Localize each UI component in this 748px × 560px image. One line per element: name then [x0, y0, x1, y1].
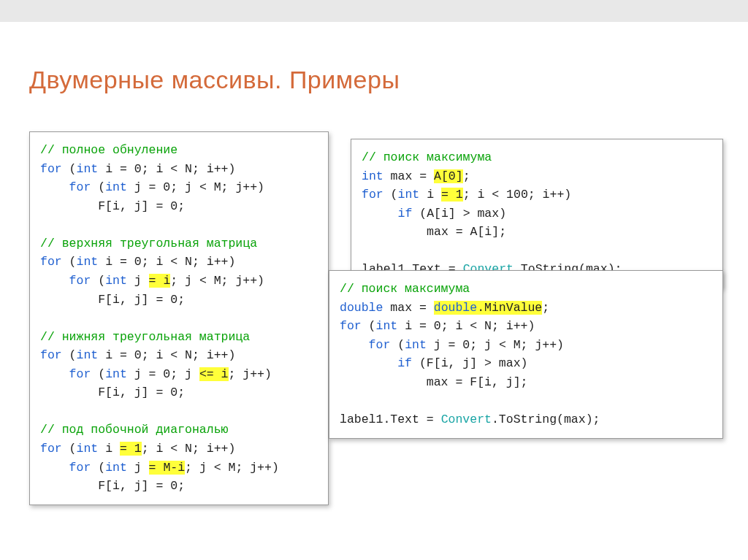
code-text: max = A[i];	[362, 225, 506, 239]
code-text: (A[i] > max)	[412, 207, 506, 220]
code-comment: // под побочной диагональю	[40, 423, 228, 437]
kw-int: int	[77, 255, 99, 269]
kw-for: for	[69, 274, 91, 288]
highlight: = 1	[120, 442, 142, 456]
kw-for: for	[369, 338, 391, 352]
code-text: i = 0; i < N; i++)	[98, 162, 235, 176]
kw-for: for	[69, 180, 91, 194]
code-text: ; i < N; i++)	[142, 442, 236, 456]
code-text: i = 0; i < N; i++)	[98, 255, 235, 269]
code-text: i = 0; i < N; i++)	[98, 348, 235, 362]
code-comment: // нижняя треугольная матрица	[40, 330, 250, 344]
code-text: j = 0; j < M; j++)	[427, 338, 564, 352]
header-bar	[0, 0, 748, 22]
code-box-2: // поиск максимума int max = A[0]; for (…	[351, 139, 723, 288]
code-text: F[i, j] = 0;	[40, 479, 185, 493]
kw-int: int	[398, 188, 420, 202]
code-text: ; j++)	[229, 367, 272, 381]
code-text: label1.Text =	[340, 413, 441, 426]
code-box-3: // поиск максимума double max = double.M…	[329, 270, 723, 439]
code-comment: // верхняя треугольная матрица	[40, 237, 257, 250]
kw-double: double	[434, 301, 477, 315]
code-text: (F[i, j] > max)	[412, 356, 527, 370]
code-text: ; j < M; j++)	[185, 461, 279, 475]
kw-int: int	[77, 442, 99, 456]
code-comment: // поиск максимума	[340, 282, 470, 296]
code-text: j = 0; j < M; j++)	[127, 180, 264, 194]
kw-for: for	[340, 319, 362, 333]
kw-double: double	[340, 301, 383, 315]
code-text: F[i, j] = 0;	[40, 386, 185, 399]
kw-int: int	[77, 162, 99, 176]
kw-for: for	[69, 367, 91, 381]
code-text: max =	[383, 301, 433, 315]
highlight: = 1	[441, 188, 463, 202]
highlight: = M-i	[149, 461, 186, 475]
slide: Двумерные массивы. Примеры // полное обн…	[0, 22, 748, 560]
kw-int: int	[105, 180, 127, 194]
page-title: Двумерные массивы. Примеры	[29, 66, 400, 94]
code-text: ;	[542, 301, 549, 315]
kw-for: for	[40, 255, 62, 269]
code-text: .MinValue	[477, 301, 542, 315]
kw-int: int	[405, 338, 427, 352]
kw-int: int	[376, 319, 398, 333]
code-text: j	[127, 461, 149, 475]
kw-for: for	[40, 162, 62, 176]
kw-int: int	[362, 169, 383, 183]
code-text: max = F[i, j];	[340, 375, 527, 389]
highlight: <= i	[199, 367, 229, 381]
highlight: double.MinValue	[434, 301, 543, 315]
kw-int: int	[105, 461, 127, 475]
kw-for: for	[69, 461, 91, 475]
code-text: j = 0; j	[127, 367, 199, 381]
code-text: ; j < M; j++)	[170, 274, 264, 288]
code-box-1: // полное обнуление for (int i = 0; i < …	[29, 131, 329, 505]
kw-for: for	[362, 188, 383, 202]
kw-int: int	[105, 367, 127, 381]
kw-for: for	[40, 442, 62, 456]
kw-int: int	[77, 348, 99, 362]
code-text: F[i, j] = 0;	[40, 293, 185, 307]
code-text: i = 0; i < N; i++)	[397, 319, 535, 333]
code-text: ; i < 100; i++)	[463, 188, 572, 202]
kw-if: if	[398, 207, 413, 220]
code-comment: // поиск максимума	[362, 150, 492, 164]
code-text: j	[127, 274, 149, 288]
code-text: ;	[463, 169, 470, 183]
kw-for: for	[40, 348, 62, 362]
code-text: F[i, j] = 0;	[40, 199, 185, 213]
kw-if: if	[397, 356, 412, 370]
class-name: Convert	[441, 413, 492, 426]
code-text: i	[98, 442, 120, 456]
code-comment: // полное обнуление	[40, 143, 178, 157]
code-text: .ToString(max);	[492, 413, 600, 426]
highlight: = i	[149, 274, 171, 288]
code-text: max =	[383, 169, 434, 183]
highlight: A[0]	[434, 169, 463, 183]
code-text: i	[419, 188, 441, 202]
kw-int: int	[105, 274, 127, 288]
